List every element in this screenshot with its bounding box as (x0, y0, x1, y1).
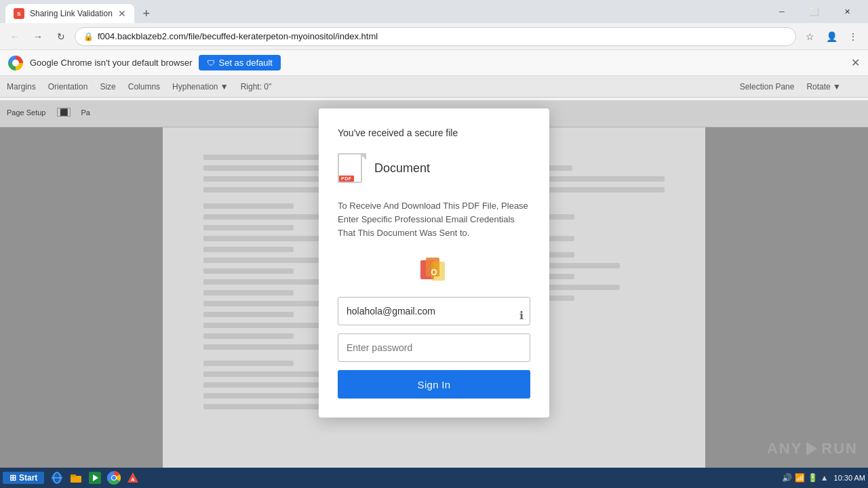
chrome-logo (8, 56, 23, 70)
set-default-button[interactable]: 🛡 Set as default (199, 55, 281, 70)
email-input[interactable] (338, 297, 530, 325)
ribbon-row1: Margins Orientation Size Columns Hyphena… (0, 76, 868, 98)
back-button[interactable]: ← (5, 27, 24, 46)
nav-right-buttons: ☆ 👤 ⋮ (800, 27, 863, 46)
ribbon-size[interactable]: Size (100, 82, 115, 92)
taskbar-media-icon[interactable] (86, 469, 104, 487)
svg-text:A: A (131, 476, 135, 483)
title-bar: S Sharing Link Validation ✕ + ─ ⬜ ✕ (0, 0, 868, 23)
ribbon-margins[interactable]: Margins (7, 82, 36, 92)
modal-description: To Receive And Download This PDF File, P… (338, 199, 530, 240)
office365-icon: O (419, 255, 449, 285)
taskbar-avast-icon[interactable]: A (124, 469, 142, 487)
ribbon-right: Right: 0" (241, 82, 272, 92)
arrow-icon[interactable]: ▲ (821, 473, 829, 483)
modal-dialog: You've received a secure file PDF Docume… (319, 108, 549, 418)
svg-text:O: O (431, 268, 437, 277)
anyrun-play-icon (806, 442, 817, 455)
modal-overlay: You've received a secure file PDF Docume… (0, 100, 868, 468)
tab-strip: S Sharing Link Validation ✕ + (5, 0, 766, 23)
ribbon-hyphenation[interactable]: Hyphenation ▼ (172, 82, 229, 92)
info-icon: ℹ (519, 309, 524, 322)
address-text: f004.backblazeb2.com/file/becuffed-kerat… (98, 31, 787, 41)
bookmark-button[interactable]: ☆ (800, 27, 819, 46)
tab-close-button[interactable]: ✕ (118, 9, 126, 18)
anyrun-text-left: ANY (767, 440, 802, 458)
document-name: Document (374, 161, 430, 176)
taskbar: ⊞ Start A 🔊 📶 🔋 ▲ 10:30 AM (0, 468, 868, 488)
reload-button[interactable]: ↻ (52, 27, 71, 46)
lock-icon: 🔒 (83, 32, 94, 41)
address-bar[interactable]: 🔒 f004.backblazeb2.com/file/becuffed-ker… (75, 27, 796, 46)
system-tray-icons: 🔊 📶 🔋 ▲ (782, 473, 829, 483)
battery-icon[interactable]: 🔋 (808, 473, 818, 483)
ribbon-selection-pane[interactable]: Selection Pane (740, 82, 795, 92)
start-button[interactable]: ⊞ Start (3, 472, 44, 484)
svg-rect-8 (71, 474, 76, 477)
notification-message: Google Chrome isn't your default browser (30, 58, 192, 68)
notification-close-button[interactable]: ✕ (851, 56, 860, 69)
menu-button[interactable]: ⋮ (844, 27, 863, 46)
tab-favicon: S (14, 8, 24, 19)
shield-icon: 🛡 (207, 58, 215, 68)
signin-button[interactable]: Sign In (338, 370, 530, 399)
account-button[interactable]: 👤 (822, 27, 841, 46)
svg-point-13 (112, 476, 116, 480)
clock: 10:30 AM (834, 473, 865, 483)
taskbar-right-area: 🔊 📶 🔋 ▲ 10:30 AM (782, 473, 865, 483)
taskbar-ie-icon[interactable] (48, 469, 66, 487)
forward-button[interactable]: → (28, 27, 47, 46)
speaker-icon[interactable]: 🔊 (782, 473, 792, 483)
office-logo: O (338, 255, 530, 285)
nav-bar: ← → ↻ 🔒 f004.backblazeb2.com/file/becuff… (0, 23, 868, 50)
password-input-wrapper (338, 333, 530, 370)
network-icon[interactable]: 📶 (795, 473, 805, 483)
document-icon-row: PDF Document (338, 152, 530, 184)
active-tab[interactable]: S Sharing Link Validation ✕ (5, 4, 134, 23)
anyrun-text-right: RUN (821, 440, 858, 458)
minimize-button[interactable]: ─ (766, 0, 797, 23)
tab-title: Sharing Link Validation (30, 9, 113, 18)
new-tab-button[interactable]: + (137, 4, 156, 23)
close-window-button[interactable]: ✕ (831, 0, 863, 23)
pdf-icon: PDF (338, 152, 366, 184)
anyrun-watermark: ANY RUN (767, 440, 858, 458)
taskbar-chrome-icon[interactable] (105, 469, 123, 487)
ribbon-columns[interactable]: Columns (128, 82, 160, 92)
ribbon-orientation[interactable]: Orientation (48, 82, 88, 92)
taskbar-folder-icon[interactable] (67, 469, 85, 487)
window-controls: ─ ⬜ ✕ (766, 0, 863, 23)
maximize-button[interactable]: ⬜ (799, 0, 830, 23)
notification-bar: Google Chrome isn't your default browser… (0, 50, 868, 76)
email-input-wrapper: ℹ (338, 297, 530, 333)
password-input[interactable] (338, 333, 530, 362)
pdf-badge: PDF (339, 176, 354, 182)
clock-time: 10:30 AM (834, 473, 865, 483)
start-icon: ⊞ (9, 473, 16, 483)
modal-title: You've received a secure file (338, 127, 530, 138)
ribbon-rotate[interactable]: Rotate ▼ (806, 82, 841, 92)
